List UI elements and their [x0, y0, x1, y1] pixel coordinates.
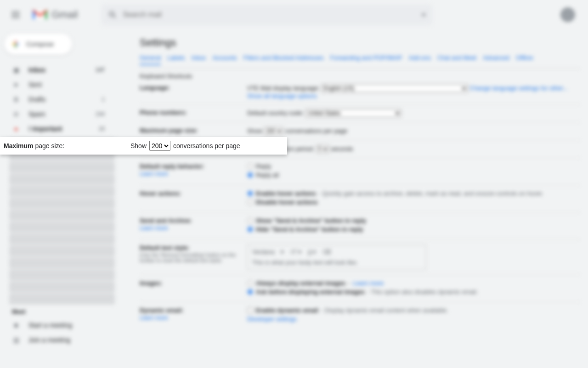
pagesize-label: Maximum page size:	[4, 142, 130, 150]
keyboard-icon: ▥	[12, 336, 20, 344]
pagesize-suffix: conversations per page	[173, 142, 240, 150]
reply-opt2[interactable]	[247, 172, 253, 178]
sidebar-item-label: Sent	[28, 81, 96, 88]
tab-forward[interactable]: Forwarding and POP/IMAP	[330, 54, 402, 65]
sidebar-item-label: Spam	[28, 110, 87, 118]
search-input[interactable]	[123, 11, 415, 19]
row-label: Dynamic email:	[140, 307, 183, 314]
learn-more-link[interactable]: Learn more	[140, 315, 236, 321]
sidebar-label-placeholder[interactable]	[9, 162, 115, 173]
row-label: Images:	[140, 280, 236, 297]
sidebar-item-drafts[interactable]: 🗎 Drafts 1	[4, 92, 112, 107]
sidebar-label-placeholder[interactable]	[9, 293, 115, 305]
account-avatar[interactable]	[560, 7, 575, 22]
sidebar-label-placeholder[interactable]	[9, 210, 115, 221]
sa-opt1[interactable]	[247, 218, 253, 224]
sidebar-item-count: 244	[96, 111, 105, 117]
video-icon: ■	[12, 321, 20, 329]
sidebar-label-placeholder[interactable]	[9, 258, 115, 269]
sidebar-labels-block	[4, 138, 118, 305]
sidebar-label-placeholder[interactable]	[9, 174, 115, 185]
meet-heading: Meet	[12, 308, 118, 315]
text-color-icon[interactable]: A ▾	[308, 248, 317, 255]
sidebar-item-sent[interactable]: ➤ Sent	[4, 77, 112, 92]
sidebar-item-important[interactable]: ● ! Important 16	[4, 121, 112, 136]
learn-more-link[interactable]: Learn more	[140, 225, 236, 231]
sa-opt2[interactable]	[247, 226, 253, 232]
tab-advanced[interactable]: Advanced	[483, 54, 509, 65]
learn-more-link[interactable]: Learn more	[140, 171, 236, 177]
text-size-icon[interactable]: τT ▾	[290, 248, 301, 255]
img-opt1[interactable]	[247, 280, 253, 286]
meet-item-label: Join a meeting	[28, 336, 113, 344]
developer-settings-link[interactable]: Developer settings	[247, 316, 297, 322]
clear-search-icon[interactable]: ×	[421, 10, 426, 20]
font-name[interactable]: Verdana	[252, 248, 274, 255]
search-icon	[108, 10, 117, 19]
brand-text: Gmail	[51, 9, 78, 21]
sidebar-label-placeholder[interactable]	[9, 270, 115, 281]
tab-chat[interactable]: Chat and Meet	[437, 54, 476, 65]
pagesize-select-blur[interactable]: 200	[264, 127, 283, 135]
sidebar-label-placeholder[interactable]	[9, 246, 115, 257]
sidebar-label-placeholder[interactable]	[9, 198, 115, 209]
tab-labels[interactable]: Labels	[167, 54, 185, 65]
pagesize-select[interactable]: 102550100200	[149, 141, 170, 151]
row-phone: Phone numbers: Default country code: Uni…	[140, 104, 581, 122]
language-change-link[interactable]: Change language settings for other...	[470, 85, 568, 92]
row-label: Maximum	[140, 127, 167, 134]
compose-button[interactable]: Compose	[4, 33, 73, 55]
search-bar[interactable]: ×	[102, 4, 432, 25]
main-menu-button[interactable]	[6, 5, 26, 25]
sidebar-label-placeholder[interactable]	[9, 234, 115, 245]
sidebar-label-placeholder[interactable]	[9, 222, 115, 233]
sidebar-item-count: 16	[99, 126, 105, 132]
tab-offline[interactable]: Offline	[516, 54, 533, 65]
learn-more-link[interactable]: Learn more	[353, 280, 383, 287]
row-label: Phone numbers:	[140, 109, 236, 117]
tab-filters[interactable]: Filters and Blocked Addresses	[243, 54, 324, 65]
nav-list: ▣ Inbox 147 ➤ Sent 🗎 Drafts 1 ⊘ Spam 244…	[4, 63, 118, 136]
language-select[interactable]: English (US)	[321, 84, 468, 92]
sidebar-label-placeholder[interactable]	[9, 282, 115, 293]
pagesize-callout: Maximum page size: Show 102550100200 con…	[0, 137, 287, 155]
row-label: Default reply behavior:	[140, 163, 204, 170]
meet-join[interactable]: ▥ Join a meeting	[12, 333, 120, 347]
sidebar-item-inbox[interactable]: ▣ Inbox 147	[4, 63, 112, 77]
dynamic-check[interactable]	[247, 307, 253, 313]
tab-addons[interactable]: Add-ons	[409, 54, 431, 65]
gmail-icon	[31, 8, 49, 21]
row-images: Images: Always display external images -…	[140, 275, 581, 302]
gmail-logo[interactable]: Gmail	[31, 8, 78, 21]
hover-opt1[interactable]	[247, 190, 253, 196]
sidebar-item-spam[interactable]: ⊘ Spam 244	[4, 107, 112, 121]
undo-select[interactable]: 5	[316, 145, 329, 153]
tab-inbox[interactable]: Inbox	[192, 54, 206, 65]
settings-subtab[interactable]: Keyboard Shortcuts	[140, 73, 581, 80]
reply-opt1[interactable]	[247, 163, 253, 169]
textstyle-preview: This is what your body text will look li…	[252, 259, 421, 266]
svg-line-1	[114, 16, 116, 18]
sidebar-item-label: Inbox	[28, 66, 87, 74]
phone-field-label: Default country code:	[247, 109, 304, 116]
img-opt2[interactable]	[247, 289, 253, 295]
sidebar-label-placeholder[interactable]	[9, 186, 115, 197]
row-textstyle: Default text style: (Use the 'Remove for…	[140, 240, 581, 275]
chevron-down-icon[interactable]: ▾	[281, 248, 284, 255]
phone-select[interactable]: United States	[305, 109, 401, 117]
settings-tabs: General Labels Inbox Accounts Filters an…	[140, 54, 581, 69]
hover-opt2[interactable]	[247, 199, 253, 205]
meet-item-label: Start a meeting	[28, 322, 113, 329]
sent-icon: ➤	[12, 80, 20, 89]
language-showall-link[interactable]: Show all language options	[247, 92, 317, 99]
sidebar-item-label: Drafts	[28, 96, 93, 103]
clear-format-icon[interactable]: ⌫	[322, 248, 331, 255]
row-send-archive: Send and Archive: Learn more Show "Send …	[140, 213, 581, 240]
plus-icon	[11, 39, 21, 49]
compose-label: Compose	[26, 40, 54, 48]
tab-accounts[interactable]: Accounts	[212, 54, 237, 65]
sidebar-item-count: 147	[96, 67, 105, 73]
meet-start[interactable]: ■ Start a meeting	[12, 318, 120, 333]
textstyle-box: Verdana▾ τT ▾ A ▾ ⌫ This is what your bo…	[247, 244, 426, 270]
tab-general[interactable]: General	[140, 54, 161, 65]
